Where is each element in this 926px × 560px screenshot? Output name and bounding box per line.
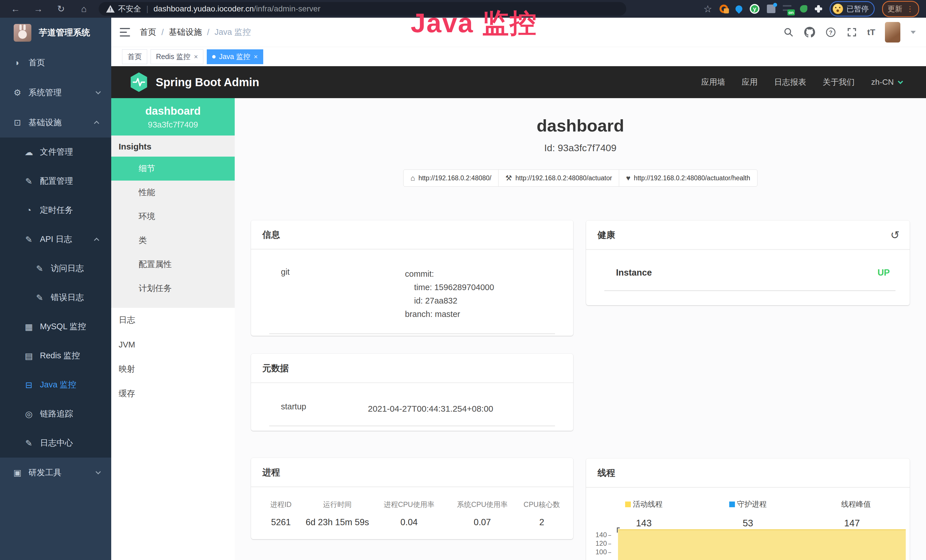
sba-menu-mappings[interactable]: 映射 [111, 357, 235, 381]
sba-menu-details[interactable]: 细节 [111, 157, 235, 180]
not-secure-label: 不安全 [118, 4, 141, 14]
sba-menu-classes[interactable]: 类 [111, 229, 235, 253]
sba-navbar: Spring Boot Admin 应用墙 应用 日志报表 关于我们 zh-CN [111, 66, 926, 98]
legend-peak-threads: 线程峰值 147 [800, 499, 904, 529]
font-size-icon[interactable]: tT [867, 27, 875, 37]
help-icon[interactable]: ? [825, 27, 837, 38]
sidebar-item-system-mgmt[interactable]: ⚙ 系统管理 [0, 77, 111, 107]
extension-grid-icon[interactable] [767, 5, 775, 13]
service-url-button[interactable]: ⌂ http://192.168.0.2:48080/ [403, 170, 498, 186]
instance-header[interactable]: dashboard 93a3fc7f7409 [111, 98, 235, 136]
github-icon[interactable] [804, 27, 816, 38]
column-header: 进程ID [260, 500, 302, 509]
app-logo-row[interactable]: 芋道管理系统 [0, 18, 111, 48]
log-edit-icon: ✎ [22, 235, 35, 244]
sba-nav-about[interactable]: 关于我们 [823, 77, 855, 88]
legend-label: 线程峰值 [841, 499, 871, 509]
user-avatar[interactable] [885, 22, 900, 42]
health-url-button[interactable]: ♥ http://192.168.0.2:48080/actuator/heal… [619, 170, 757, 186]
browser-home-icon[interactable]: ⌂ [76, 4, 91, 14]
sba-locale-select[interactable]: zh-CN [871, 77, 902, 87]
metadata-card-header: 元数据 [251, 354, 573, 383]
sba-menu-jvm[interactable]: JVM [111, 332, 235, 357]
breadcrumb-home[interactable]: 首页 [140, 27, 156, 38]
profile-paused-badge[interactable]: 已暂停 [830, 1, 875, 17]
sba-instance-sidebar: dashboard 93a3fc7f7409 Insights 细节 性能 环境… [111, 98, 235, 560]
sidebar-item-infrastructure[interactable]: ⊡ 基础设施 [0, 107, 111, 138]
status-badge: UP [878, 268, 890, 278]
tab-home[interactable]: 首页 [122, 49, 147, 64]
url-host: dashboard.yudao.iocoder.cn [153, 4, 254, 14]
browser-forward-icon[interactable]: → [31, 4, 45, 14]
sba-logo-icon [130, 72, 148, 92]
timer-icon: ◔ [22, 206, 35, 215]
sidebar-item-api-logs[interactable]: ✎ API 日志 [0, 225, 111, 254]
hamburger-icon[interactable] [120, 28, 130, 36]
extension-leaf-icon[interactable] [800, 5, 807, 12]
sba-menu-config-props[interactable]: 配置属性 [111, 253, 235, 277]
metadata-value: 2021-04-27T00:44:31.254+08:00 [368, 402, 493, 415]
sidebar-item-log-center[interactable]: ✎ 日志中心 [0, 428, 111, 458]
update-label: 更新 [888, 4, 902, 14]
tab-redis-monitor[interactable]: Redis 监控 × [151, 49, 203, 64]
sba-menu-scheduled-tasks[interactable]: 计划任务 [111, 277, 235, 300]
address-bar[interactable]: ! 不安全 | dashboard.yudao.iocoder.cn /infr… [99, 2, 626, 16]
tab-java-monitor[interactable]: Java 监控 × [207, 49, 263, 64]
column-header: 运行时间 [302, 500, 372, 509]
bookmark-star-icon[interactable]: ☆ [704, 3, 712, 15]
not-secure-warning-icon[interactable]: ! [106, 5, 115, 12]
insights-section: Insights 细节 性能 环境 类 配置属性 计划任务 [111, 136, 235, 308]
sba-menu-environment[interactable]: 环境 [111, 204, 235, 229]
y-axis-tick: 120 [586, 539, 611, 548]
actuator-url-button[interactable]: ⚒ http://192.168.0.2:48080/actuator [498, 170, 619, 186]
sidebar-item-label: 链路追踪 [40, 408, 73, 420]
browser-update-button[interactable]: 更新 ⋮ [882, 1, 919, 17]
close-icon[interactable]: × [194, 53, 198, 61]
breadcrumb-current: Java 监控 [215, 27, 251, 38]
browser-reload-icon[interactable]: ↻ [54, 3, 68, 14]
sidebar-item-home[interactable]: ◗ 首页 [0, 48, 111, 77]
extension-on-icon[interactable]: on [783, 5, 793, 12]
breadcrumb-infrastructure[interactable]: 基础设施 [169, 27, 202, 38]
sidebar-item-trace[interactable]: ◎ 链路追踪 [0, 400, 111, 428]
sidebar-item-error-logs[interactable]: ✎ 错误日志 [0, 283, 111, 312]
sba-menu-metrics[interactable]: 性能 [111, 180, 235, 204]
sidebar-item-config-mgmt[interactable]: ✎ 配置管理 [0, 166, 111, 196]
sba-menu-logs[interactable]: 日志 [111, 308, 235, 332]
extension-pin-icon[interactable] [734, 4, 744, 14]
browser-back-icon[interactable]: ← [8, 4, 23, 14]
sidebar-item-java-monitor[interactable]: ⊟ Java 监控 [0, 370, 111, 400]
y-axis-tick: 140 [586, 531, 611, 539]
app-logo-avatar [14, 24, 31, 42]
sidebar-item-label: 访问日志 [51, 263, 84, 274]
metadata-startup-row: startup 2021-04-27T00:44:31.254+08:00 [251, 383, 573, 415]
extensions-puzzle-icon[interactable] [815, 5, 822, 12]
sba-nav-journal[interactable]: 日志报表 [774, 77, 806, 88]
info-card-title: 信息 [262, 229, 280, 241]
browser-menu-icon[interactable]: ⋮ [906, 5, 914, 14]
user-menu-caret-icon[interactable] [911, 31, 916, 34]
history-icon[interactable]: ↺ [890, 230, 899, 241]
sidebar-item-scheduled-tasks[interactable]: ◔ 定时任务 [0, 196, 111, 225]
metadata-card: 元数据 startup 2021-04-27T00:44:31.254+08:0… [251, 354, 573, 431]
app-sidebar: 芋道管理系统 ◗ 首页 ⚙ 系统管理 ⊡ 基础设施 ☁ 文件管理 ✎ 配置管理 [0, 18, 111, 560]
sba-brand[interactable]: Spring Boot Admin [130, 72, 259, 92]
active-tab-dot [212, 55, 216, 59]
extension-y-icon[interactable]: y [750, 4, 760, 14]
sba-menu-caches[interactable]: 缓存 [111, 381, 235, 406]
extension-orange-icon[interactable] [720, 5, 728, 13]
sidebar-item-mysql-monitor[interactable]: ▦ MySQL 监控 [0, 312, 111, 341]
sidebar-item-redis-monitor[interactable]: ▤ Redis 监控 [0, 341, 111, 370]
search-icon[interactable] [783, 27, 794, 38]
screen: ← → ↻ ⌂ ! 不安全 | dashboard.yudao.iocoder.… [0, 0, 926, 560]
info-git-row: git commit: time: 1596289704000 id: 27aa… [251, 250, 573, 321]
close-icon[interactable]: × [254, 53, 258, 61]
sba-nav-wallboard[interactable]: 应用墙 [701, 77, 725, 88]
sidebar-item-dev-tools[interactable]: ▣ 研发工具 [0, 458, 111, 487]
fullscreen-icon[interactable] [846, 27, 858, 38]
sidebar-item-label: Java 监控 [40, 379, 76, 390]
sidebar-item-file-mgmt[interactable]: ☁ 文件管理 [0, 138, 111, 166]
sidebar-item-access-logs[interactable]: ✎ 访问日志 [0, 254, 111, 283]
app-title: 芋道管理系统 [39, 27, 90, 38]
sba-nav-applications[interactable]: 应用 [742, 77, 758, 88]
